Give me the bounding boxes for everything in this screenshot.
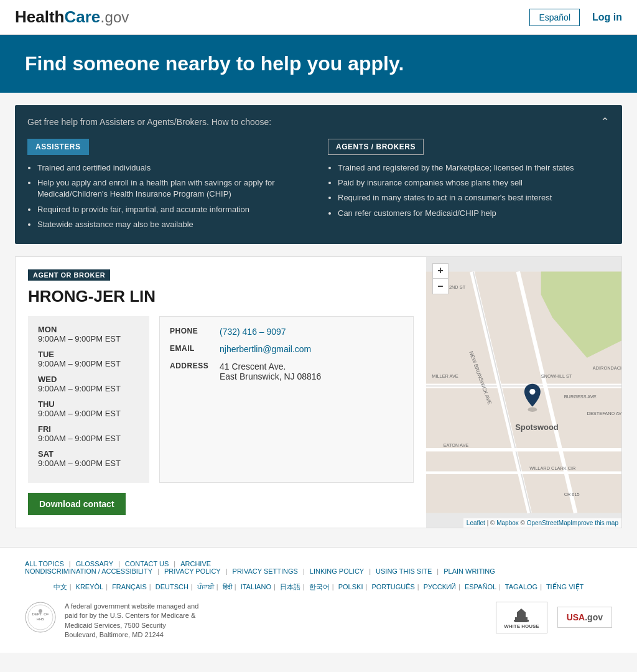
improve-link[interactable]: Improve this map bbox=[570, 520, 618, 526]
footer-link-plain-writing[interactable]: PLAIN WRITING bbox=[444, 567, 495, 575]
footer-link-archive[interactable]: ARCHIVE bbox=[180, 560, 211, 567]
lang-pt[interactable]: PORTUGUÊS bbox=[371, 583, 414, 590]
svg-rect-30 bbox=[514, 620, 529, 622]
footer-link-glossary[interactable]: GLOSSARY bbox=[76, 560, 113, 567]
lang-vi[interactable]: TIẾNG VIỆT bbox=[546, 583, 584, 590]
list-item: Required in many states to act in a cons… bbox=[338, 192, 610, 203]
lang-ru[interactable]: РУССКИЙ bbox=[424, 583, 456, 590]
schedule-day: WED bbox=[38, 375, 139, 384]
schedule-row: WED 9:00AM – 9:00PM EST bbox=[38, 375, 139, 393]
contact-layout: MON 9:00AM – 9:00PM EST TUE 9:00AM – 9:0… bbox=[28, 316, 414, 483]
espanol-button[interactable]: Español bbox=[529, 9, 580, 26]
lang-de[interactable]: DEUTSCH bbox=[156, 583, 188, 590]
schedule-time: 9:00AM – 9:00PM EST bbox=[38, 334, 139, 343]
svg-text:CR 615: CR 615 bbox=[564, 492, 580, 497]
map-svg: NEW BRUNSWICK AVE MILLER AVE SNOWHILL ST… bbox=[426, 257, 621, 528]
schedule-time: 9:00AM – 9:00PM EST bbox=[38, 459, 139, 468]
main-content: AGENT OR BROKER HRONG-JER LIN MON 9:00AM… bbox=[15, 256, 622, 528]
svg-text:DESTEFANO AVE: DESTEFANO AVE bbox=[587, 411, 621, 416]
info-panel-header: Get free help from Assisters or Agents/B… bbox=[27, 115, 610, 129]
footer-link-using-this-site[interactable]: USING THIS SITE bbox=[376, 567, 432, 575]
schedule-row: FRI 9:00AM – 9:00PM EST bbox=[38, 424, 139, 443]
lang-it[interactable]: ITALIANO bbox=[241, 583, 271, 590]
footer-bottom: DEPT. OF HHS A federal government websit… bbox=[25, 602, 612, 640]
address-line1: 41 Crescent Ave. bbox=[220, 362, 321, 371]
info-panel-title: Get free help from Assisters or Agents/B… bbox=[27, 117, 271, 127]
site-header: HealthCare.gov Español Log in bbox=[0, 0, 637, 35]
assisters-list: Trained and certified individuals Help y… bbox=[27, 162, 309, 230]
footer-logos: WHITE HOUSE USA.gov bbox=[496, 602, 612, 633]
schedule-day: THU bbox=[38, 399, 139, 409]
footer-link-contact-us[interactable]: CONTACT US bbox=[125, 560, 169, 567]
footer-languages: 中文| KREYÒL| FRANÇAIS| DEUTSCH| ਪੰਜਾਬੀ| ह… bbox=[25, 582, 612, 592]
zoom-controls: + – bbox=[432, 263, 449, 294]
logo-health: Health bbox=[15, 7, 64, 26]
phone-value[interactable]: (732) 416 – 9097 bbox=[220, 327, 286, 337]
schedule-time: 9:00AM – 9:00PM EST bbox=[38, 359, 139, 368]
footer-link-privacy-settings[interactable]: PRIVACY SETTINGS bbox=[233, 567, 298, 575]
schedule-row: THU 9:00AM – 9:00PM EST bbox=[38, 399, 139, 418]
address-line2: East Brunswick, NJ 08816 bbox=[220, 371, 321, 381]
footer: ALL TOPICS | GLOSSARY | CONTACT US | ARC… bbox=[0, 547, 637, 653]
lang-fr[interactable]: FRANÇAIS bbox=[112, 583, 147, 590]
lang-ko[interactable]: 한국어 bbox=[309, 583, 330, 590]
footer-link-nondiscrimination[interactable]: NONDISCRIMINATION / ACCESSIBILITY bbox=[25, 567, 152, 575]
login-link[interactable]: Log in bbox=[592, 12, 622, 23]
hero-title: Find someone nearby to help you apply. bbox=[25, 52, 612, 75]
lang-tl[interactable]: TAGALOG bbox=[505, 583, 537, 590]
address-row: ADDRESS 41 Crescent Ave. East Brunswick,… bbox=[170, 362, 403, 381]
footer-link-linking-policy[interactable]: LINKING POLICY bbox=[310, 567, 364, 575]
download-contact-button[interactable]: Download contact bbox=[28, 493, 126, 515]
lang-pl[interactable]: POLSKI bbox=[338, 583, 363, 590]
svg-point-21 bbox=[529, 389, 535, 394]
info-columns: ASSISTERS Trained and certified individu… bbox=[27, 139, 610, 234]
usa-gov-logo[interactable]: USA.gov bbox=[557, 607, 612, 628]
brokers-column: AGENTS / BROKERS Trained and registered … bbox=[328, 139, 610, 234]
lang-hi[interactable]: हिंदी bbox=[223, 583, 232, 590]
collapse-icon[interactable]: ⌃ bbox=[600, 115, 610, 129]
footer-link-privacy-policy[interactable]: PRIVACY POLICY bbox=[164, 567, 221, 575]
mapbox-link[interactable]: Mapbox bbox=[496, 520, 519, 526]
phone-row: PHONE (732) 416 – 9097 bbox=[170, 327, 403, 337]
assisters-column: ASSISTERS Trained and certified individu… bbox=[27, 139, 309, 234]
schedule-day: SAT bbox=[38, 449, 139, 459]
list-item: Statewide assistance may also be availab… bbox=[37, 219, 309, 230]
lang-es[interactable]: ESPAÑOL bbox=[465, 583, 496, 590]
schedule-box: MON 9:00AM – 9:00PM EST TUE 9:00AM – 9:0… bbox=[28, 316, 149, 483]
list-item: Can refer customers for Medicaid/CHIP he… bbox=[338, 208, 610, 219]
svg-rect-28 bbox=[517, 612, 526, 618]
whitehouse-logo[interactable]: WHITE HOUSE bbox=[496, 602, 547, 633]
svg-point-20 bbox=[528, 407, 537, 411]
list-item: Required to provide fair, impartial, and… bbox=[37, 204, 309, 215]
schedule-day: FRI bbox=[38, 424, 139, 434]
footer-links-right: NONDISCRIMINATION / ACCESSIBILITY | PRIV… bbox=[25, 567, 495, 575]
zoom-in-button[interactable]: + bbox=[433, 264, 448, 279]
lang-pa[interactable]: ਪੰਜਾਬੀ bbox=[197, 583, 214, 590]
svg-text:2ND ST: 2ND ST bbox=[449, 284, 466, 290]
footer-link-all-topics[interactable]: ALL TOPICS bbox=[25, 560, 64, 567]
whitehouse-label: WHITE HOUSE bbox=[504, 623, 539, 629]
lang-kr[interactable]: KREYÒL bbox=[76, 583, 104, 590]
agent-badge: AGENT OR BROKER bbox=[28, 269, 110, 281]
email-value[interactable]: njherbertlin@gmail.com bbox=[220, 344, 311, 354]
address-label: ADDRESS bbox=[170, 362, 220, 370]
list-item: Paid by insurance companies whose plans … bbox=[338, 177, 610, 189]
usa-gov-label: USA.gov bbox=[567, 612, 603, 622]
schedule-day: MON bbox=[38, 325, 139, 334]
schedule-day: TUE bbox=[38, 350, 139, 359]
header-actions: Español Log in bbox=[529, 9, 622, 26]
osm-link[interactable]: OpenStreetMap bbox=[527, 520, 571, 526]
lang-zh[interactable]: 中文 bbox=[53, 583, 67, 590]
svg-text:Spotswood: Spotswood bbox=[515, 422, 559, 431]
zoom-out-button[interactable]: – bbox=[433, 279, 448, 294]
svg-text:ADIRONDACK AVE: ADIRONDACK AVE bbox=[593, 365, 621, 370]
svg-text:MILLER AVE: MILLER AVE bbox=[432, 373, 458, 379]
logo-care: Care bbox=[64, 7, 100, 26]
svg-text:SNOWHILL ST: SNOWHILL ST bbox=[541, 373, 572, 379]
logo-dot: . bbox=[100, 7, 105, 26]
logo-gov: gov bbox=[105, 9, 129, 26]
schedule-row: MON 9:00AM – 9:00PM EST bbox=[38, 325, 139, 343]
leaflet-link[interactable]: Leaflet bbox=[467, 520, 485, 526]
map-panel: + – NEW BRUNSWICK AVE MILLER AVE SNOWHIL… bbox=[426, 257, 621, 528]
lang-ja[interactable]: 日本語 bbox=[280, 583, 300, 590]
